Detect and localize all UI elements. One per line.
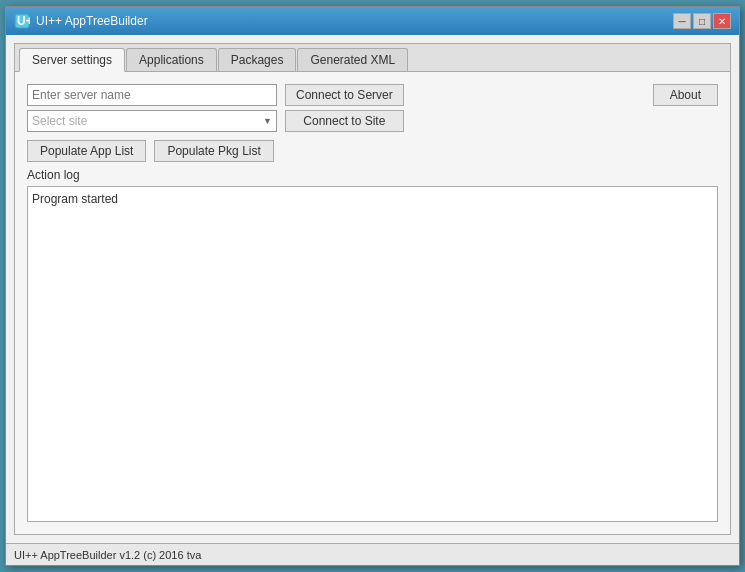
tab-packages[interactable]: Packages [218, 48, 297, 71]
populate-buttons-row: Populate App List Populate Pkg List [27, 140, 718, 162]
log-entry-0: Program started [32, 191, 713, 207]
content-area: Server settings Applications Packages Ge… [6, 35, 739, 543]
tab-container: Server settings Applications Packages Ge… [14, 43, 731, 535]
tab-applications[interactable]: Applications [126, 48, 217, 71]
populate-app-list-button[interactable]: Populate App List [27, 140, 146, 162]
maximize-button[interactable]: □ [693, 13, 711, 29]
minimize-button[interactable]: ─ [673, 13, 691, 29]
action-log: Program started [27, 186, 718, 522]
title-buttons: ─ □ ✕ [673, 13, 731, 29]
tab-bar: Server settings Applications Packages Ge… [15, 44, 730, 72]
connect-buttons: Connect to Server Connect to Site [285, 84, 404, 132]
top-controls: Select site Connect to Server Connect to… [27, 84, 718, 132]
server-name-row [27, 84, 277, 106]
main-window: U+ UI++ AppTreeBuilder ─ □ ✕ Server sett… [5, 6, 740, 566]
app-icon: U+ [14, 13, 30, 29]
close-button[interactable]: ✕ [713, 13, 731, 29]
title-bar-left: U+ UI++ AppTreeBuilder [14, 13, 148, 29]
site-select-row: Select site [27, 110, 277, 132]
window-title: UI++ AppTreeBuilder [36, 14, 148, 28]
title-bar: U+ UI++ AppTreeBuilder ─ □ ✕ [6, 7, 739, 35]
tab-server-settings[interactable]: Server settings [19, 48, 125, 72]
populate-pkg-list-button[interactable]: Populate Pkg List [154, 140, 273, 162]
connect-to-server-button[interactable]: Connect to Server [285, 84, 404, 106]
tab-content-server-settings: Select site Connect to Server Connect to… [15, 72, 730, 534]
status-text: UI++ AppTreeBuilder v1.2 (c) 2016 tva [14, 549, 201, 561]
site-select-wrapper: Select site [27, 110, 277, 132]
svg-text:U+: U+ [17, 14, 30, 28]
status-bar: UI++ AppTreeBuilder v1.2 (c) 2016 tva [6, 543, 739, 565]
about-button[interactable]: About [653, 84, 718, 106]
tab-generated-xml[interactable]: Generated XML [297, 48, 408, 71]
left-controls: Select site [27, 84, 277, 132]
action-log-label: Action log [27, 168, 718, 182]
about-section: About [653, 84, 718, 106]
site-select[interactable]: Select site [27, 110, 277, 132]
connect-to-site-button[interactable]: Connect to Site [285, 110, 404, 132]
server-name-input[interactable] [27, 84, 277, 106]
